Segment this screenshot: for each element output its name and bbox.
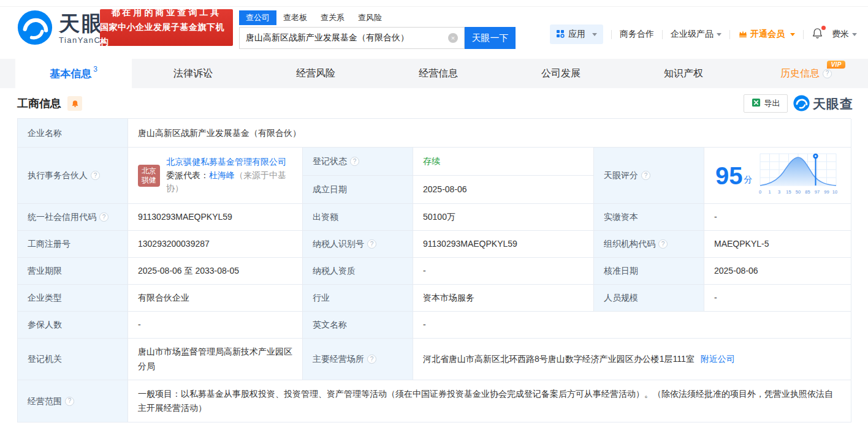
reg-status-value: 存续 <box>413 148 594 176</box>
enterprise-products-label: 企业级产品 <box>671 29 714 40</box>
menu-divider <box>729 30 730 39</box>
tab-legal-proceedings[interactable]: 法律诉讼 <box>132 59 254 88</box>
nearby-companies-link[interactable]: 附近公司 <box>701 353 735 366</box>
industry-value: 资本市场服务 <box>413 285 594 312</box>
vip-label: 开通会员 <box>750 29 785 40</box>
help-icon[interactable] <box>65 397 74 406</box>
tab-operating-risk[interactable]: 经营风险 <box>254 59 377 88</box>
help-icon[interactable] <box>823 69 832 78</box>
apps-grid-icon <box>556 29 565 40</box>
menu-enterprise-products[interactable]: 企业级产品 <box>671 29 721 40</box>
top-menu: 应用 商务合作 企业级产品 开通会员 费米 <box>550 24 857 44</box>
score-distribution-chart: 0 1 3 15 50 85 97 99 100 <box>759 151 837 200</box>
approval-date-label: 核准日期 <box>594 258 704 285</box>
tab-history-info[interactable]: VIP 历史信息 <box>745 59 867 88</box>
paid-capital-value: - <box>704 204 851 231</box>
rep-label: 委派代表： <box>166 170 209 180</box>
partner-avatar[interactable]: 北京 骐健 <box>138 165 160 187</box>
establish-date-label: 成立日期 <box>303 176 413 204</box>
english-name-label: 英文名称 <box>303 312 413 339</box>
banner-line2: 国家中小企业发展子基金旗下机构 <box>100 20 233 50</box>
help-icon[interactable] <box>91 171 100 180</box>
tianyancha-watermark: 天眼查 <box>793 95 853 113</box>
help-icon[interactable] <box>641 171 650 180</box>
partner-company-link[interactable]: 北京骐健私募基金管理有限公司 <box>166 157 286 167</box>
export-button[interactable]: 导出 <box>744 94 788 113</box>
section-title: 工商信息 <box>17 96 61 111</box>
reg-number-value: 130293200039287 <box>128 231 303 258</box>
executive-partner-label: 执行事务合伙人 <box>18 148 128 204</box>
svg-text:3: 3 <box>777 189 780 195</box>
capital-value: 50100万 <box>413 204 594 231</box>
insured-count-value: - <box>128 312 303 339</box>
chevron-down-icon <box>592 33 597 36</box>
search-tab-risk[interactable]: 查风险 <box>351 10 389 25</box>
search-input[interactable] <box>246 33 448 43</box>
help-icon[interactable] <box>658 239 668 249</box>
clear-search-icon[interactable] <box>448 33 458 43</box>
score-number: 95 <box>715 163 743 188</box>
tab-count-badge: 3 <box>93 65 97 73</box>
reg-status-label: 登记状态 <box>303 148 413 176</box>
company-type-label: 企业类型 <box>18 285 128 312</box>
excel-icon <box>752 98 761 109</box>
notification-dot <box>821 26 826 30</box>
reg-authority-value: 唐山市市场监督管理局高新技术产业园区分局 <box>128 339 303 380</box>
credit-code-value: 91130293MAEQPKYL59 <box>128 204 303 231</box>
establish-date-value: 2025-08-06 <box>413 176 594 204</box>
tab-label: 经营信息 <box>419 67 458 80</box>
search-block: 查公司 查老板 查关系 查风险 天眼一下 <box>239 10 516 49</box>
paid-capital-label: 实缴资本 <box>594 204 704 231</box>
tianyancha-swirl-icon <box>793 95 810 113</box>
svg-text:1: 1 <box>768 189 771 195</box>
search-tab-relation[interactable]: 查关系 <box>314 10 351 25</box>
apps-button[interactable]: 应用 <box>550 24 603 44</box>
rep-name-link[interactable]: 杜海峰 <box>209 170 235 180</box>
vip-badge: VIP <box>827 61 845 69</box>
english-name-value: - <box>413 312 851 339</box>
reg-number-label: 工商注册号 <box>18 231 128 258</box>
tianyancha-swirl-icon <box>17 10 53 47</box>
help-icon[interactable] <box>367 355 376 364</box>
tab-company-development[interactable]: 公司发展 <box>500 59 622 88</box>
svg-text:15: 15 <box>786 189 791 195</box>
help-icon[interactable] <box>367 239 376 249</box>
svg-text:99: 99 <box>824 189 829 195</box>
company-type-value: 有限合伙企业 <box>128 285 303 312</box>
search-button[interactable]: 天眼一下 <box>465 27 516 49</box>
business-term-value: 2025-08-06 至 2033-08-05 <box>128 258 303 285</box>
search-tab-boss[interactable]: 查老板 <box>276 10 314 25</box>
watermark-text: 天眼查 <box>813 96 853 113</box>
business-address-label: 主要经营场所 <box>303 339 413 380</box>
staff-size-value: - <box>704 285 851 312</box>
insured-count-label: 参保人数 <box>18 312 128 339</box>
svg-text:97: 97 <box>814 189 819 195</box>
menu-divider <box>662 30 663 39</box>
tab-intellectual-property[interactable]: 知识产权 <box>622 59 745 88</box>
business-scope-label: 经营范围 <box>18 380 128 422</box>
approval-date-value: 2025-08-06 <box>704 258 851 285</box>
menu-cooperation[interactable]: 商务合作 <box>620 29 654 40</box>
open-vip-button[interactable]: 开通会员 <box>738 29 795 40</box>
tab-business-info[interactable]: 经营信息 <box>377 59 500 88</box>
notification-bell-icon[interactable] <box>812 28 823 41</box>
search-tab-company[interactable]: 查公司 <box>239 10 276 25</box>
reg-authority-label: 登记机关 <box>18 339 128 380</box>
help-icon[interactable] <box>99 212 108 222</box>
username: 费米 <box>832 29 849 40</box>
tab-label: 法律诉讼 <box>173 67 213 80</box>
tab-basic-info[interactable]: 基本信息 3 <box>15 59 132 88</box>
svg-text:85: 85 <box>805 189 810 195</box>
user-menu[interactable]: 费米 <box>832 29 857 40</box>
apps-label: 应用 <box>568 29 585 40</box>
tianyan-score-value[interactable]: 95 分 0 <box>704 148 851 204</box>
chevron-down-icon <box>717 33 721 36</box>
section-header: 工商信息 导出 天眼查 <box>0 88 868 118</box>
taxpayer-quality-label: 纳税人资质 <box>303 258 413 285</box>
tab-label: 历史信息 <box>780 67 820 80</box>
company-nav-tabs: 基本信息 3 法律诉讼 经营风险 经营信息 公司发展 知识产权 VIP 历史信息 <box>0 59 868 88</box>
svg-text:100: 100 <box>832 189 837 195</box>
taxpayer-id-value: 91130293MAEQPKYL59 <box>413 231 594 258</box>
monitor-bell-icon[interactable] <box>67 96 82 111</box>
help-icon[interactable] <box>350 157 359 166</box>
